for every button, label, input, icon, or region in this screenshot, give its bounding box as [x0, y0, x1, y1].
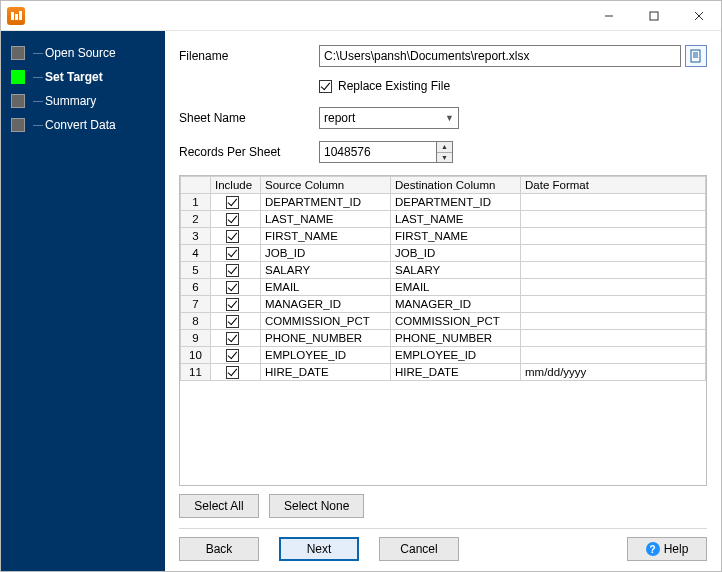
include-cell[interactable]: [211, 313, 261, 330]
table-row[interactable]: 8COMMISSION_PCTCOMMISSION_PCT: [181, 313, 706, 330]
source-column-cell[interactable]: SALARY: [261, 262, 391, 279]
include-cell[interactable]: [211, 262, 261, 279]
date-format-cell[interactable]: [521, 211, 706, 228]
destination-column-cell[interactable]: DEPARTMENT_ID: [391, 194, 521, 211]
spinner-up-icon[interactable]: ▲: [437, 142, 452, 153]
step-open-source[interactable]: Open Source: [1, 41, 165, 65]
destination-column-cell[interactable]: EMAIL: [391, 279, 521, 296]
select-all-button[interactable]: Select All: [179, 494, 259, 518]
include-checkbox[interactable]: [226, 332, 239, 345]
destination-column-cell[interactable]: JOB_ID: [391, 245, 521, 262]
destination-column-cell[interactable]: SALARY: [391, 262, 521, 279]
column-mapping-grid[interactable]: Include Source Column Destination Column…: [179, 175, 707, 486]
help-button[interactable]: ? Help: [627, 537, 707, 561]
table-row[interactable]: 11HIRE_DATEHIRE_DATEmm/dd/yyyy: [181, 364, 706, 381]
source-column-cell[interactable]: JOB_ID: [261, 245, 391, 262]
table-row[interactable]: 6EMAILEMAIL: [181, 279, 706, 296]
source-column-cell[interactable]: COMMISSION_PCT: [261, 313, 391, 330]
grid-header-source[interactable]: Source Column: [261, 177, 391, 194]
table-row[interactable]: 3FIRST_NAMEFIRST_NAME: [181, 228, 706, 245]
destination-column-cell[interactable]: FIRST_NAME: [391, 228, 521, 245]
include-cell[interactable]: [211, 245, 261, 262]
source-column-cell[interactable]: EMPLOYEE_ID: [261, 347, 391, 364]
include-cell[interactable]: [211, 194, 261, 211]
maximize-button[interactable]: [631, 1, 676, 31]
table-row[interactable]: 10EMPLOYEE_IDEMPLOYEE_ID: [181, 347, 706, 364]
include-checkbox[interactable]: [226, 264, 239, 277]
row-number: 1: [181, 194, 211, 211]
destination-column-cell[interactable]: PHONE_NUMBER: [391, 330, 521, 347]
grid-header-include[interactable]: Include: [211, 177, 261, 194]
source-column-cell[interactable]: PHONE_NUMBER: [261, 330, 391, 347]
include-checkbox[interactable]: [226, 315, 239, 328]
source-column-cell[interactable]: FIRST_NAME: [261, 228, 391, 245]
table-row[interactable]: 5SALARYSALARY: [181, 262, 706, 279]
destination-column-cell[interactable]: COMMISSION_PCT: [391, 313, 521, 330]
include-checkbox[interactable]: [226, 349, 239, 362]
date-format-cell[interactable]: [521, 245, 706, 262]
select-none-button[interactable]: Select None: [269, 494, 364, 518]
step-summary[interactable]: Summary: [1, 89, 165, 113]
include-cell[interactable]: [211, 279, 261, 296]
include-checkbox[interactable]: [226, 366, 239, 379]
row-number: 2: [181, 211, 211, 228]
source-column-cell[interactable]: HIRE_DATE: [261, 364, 391, 381]
date-format-cell[interactable]: [521, 296, 706, 313]
date-format-cell[interactable]: [521, 194, 706, 211]
source-column-cell[interactable]: EMAIL: [261, 279, 391, 296]
spinner-down-icon[interactable]: ▼: [437, 153, 452, 163]
step-convert-data[interactable]: Convert Data: [1, 113, 165, 137]
sheet-name-select[interactable]: report ▼: [319, 107, 459, 129]
include-cell[interactable]: [211, 296, 261, 313]
destination-column-cell[interactable]: HIRE_DATE: [391, 364, 521, 381]
destination-column-cell[interactable]: MANAGER_ID: [391, 296, 521, 313]
include-checkbox[interactable]: [226, 196, 239, 209]
include-checkbox[interactable]: [226, 247, 239, 260]
date-format-cell[interactable]: [521, 330, 706, 347]
close-button[interactable]: [676, 1, 721, 31]
step-set-target[interactable]: Set Target: [1, 65, 165, 89]
include-cell[interactable]: [211, 347, 261, 364]
include-checkbox[interactable]: [226, 298, 239, 311]
next-button[interactable]: Next: [279, 537, 359, 561]
include-cell[interactable]: [211, 364, 261, 381]
browse-button[interactable]: [685, 45, 707, 67]
table-row[interactable]: 7MANAGER_IDMANAGER_ID: [181, 296, 706, 313]
records-spinner[interactable]: ▲ ▼: [437, 141, 453, 163]
source-column-cell[interactable]: DEPARTMENT_ID: [261, 194, 391, 211]
table-row[interactable]: 4JOB_IDJOB_ID: [181, 245, 706, 262]
date-format-cell[interactable]: mm/dd/yyyy: [521, 364, 706, 381]
date-format-cell[interactable]: [521, 279, 706, 296]
destination-column-cell[interactable]: LAST_NAME: [391, 211, 521, 228]
back-button[interactable]: Back: [179, 537, 259, 561]
include-checkbox[interactable]: [226, 281, 239, 294]
minimize-button[interactable]: [586, 1, 631, 31]
grid-header-fmt[interactable]: Date Format: [521, 177, 706, 194]
include-cell[interactable]: [211, 228, 261, 245]
table-row[interactable]: 1DEPARTMENT_IDDEPARTMENT_ID: [181, 194, 706, 211]
include-checkbox[interactable]: [226, 230, 239, 243]
row-number: 10: [181, 347, 211, 364]
include-checkbox[interactable]: [226, 213, 239, 226]
source-column-cell[interactable]: LAST_NAME: [261, 211, 391, 228]
filename-input[interactable]: [319, 45, 681, 67]
include-cell[interactable]: [211, 211, 261, 228]
source-column-cell[interactable]: MANAGER_ID: [261, 296, 391, 313]
destination-column-cell[interactable]: EMPLOYEE_ID: [391, 347, 521, 364]
date-format-cell[interactable]: [521, 228, 706, 245]
include-cell[interactable]: [211, 330, 261, 347]
row-number: 6: [181, 279, 211, 296]
replace-existing-checkbox[interactable]: [319, 80, 332, 93]
row-number: 7: [181, 296, 211, 313]
date-format-cell[interactable]: [521, 313, 706, 330]
table-row[interactable]: 9PHONE_NUMBERPHONE_NUMBER: [181, 330, 706, 347]
grid-header-dest[interactable]: Destination Column: [391, 177, 521, 194]
row-number: 8: [181, 313, 211, 330]
records-per-sheet-input[interactable]: [319, 141, 437, 163]
date-format-cell[interactable]: [521, 347, 706, 364]
table-row[interactable]: 2LAST_NAMELAST_NAME: [181, 211, 706, 228]
cancel-button[interactable]: Cancel: [379, 537, 459, 561]
row-number: 4: [181, 245, 211, 262]
date-format-cell[interactable]: [521, 262, 706, 279]
window-controls: [586, 1, 721, 31]
